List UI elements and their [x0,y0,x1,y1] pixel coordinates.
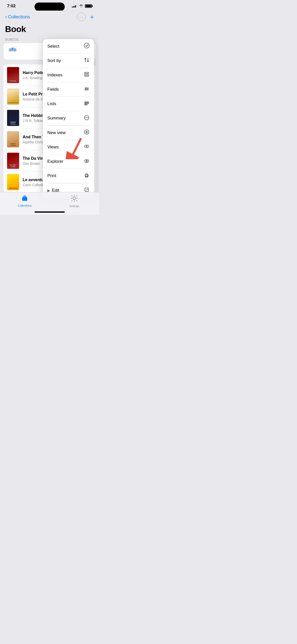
views-icon [84,144,89,150]
context-menu: Select Sort by Indexes Field [43,39,94,198]
dynamic-island [35,3,65,11]
subcollections-label: SUBCOL [5,38,19,41]
wifi-icon [79,4,83,8]
explorer-icon [84,158,89,165]
svg-point-23 [84,145,89,148]
settings-tab-icon [71,195,78,204]
select-checkmark-icon [84,43,89,50]
tab-settings[interactable]: Settings [50,195,99,208]
book-cover-petit-prince: Le Petit Prince [7,88,19,105]
menu-item-views[interactable]: Views [43,140,94,154]
svg-point-6 [84,43,89,48]
menu-item-select-label: Select [47,44,59,49]
menu-item-print[interactable]: Print [43,169,94,183]
menu-item-lists-label: Lists [47,101,56,106]
back-label: Collections [8,14,30,20]
nav-bar: ‹ Collections ··· + [0,11,99,23]
menu-item-print-label: Print [47,173,56,178]
page-title: Book [5,24,94,34]
home-indicator [35,211,65,213]
print-icon [84,173,89,179]
tab-settings-label: Settings [69,205,79,208]
status-bar: 7:02 [0,0,99,11]
menu-item-sort-by-label: Sort by [47,58,61,63]
summary-icon [84,115,89,122]
group-icon [8,47,18,56]
new-view-icon [84,129,89,136]
book-cover-pinocchio: PINOCCHIO [7,174,19,190]
menu-item-select[interactable]: Select [43,39,94,53]
svg-point-28 [88,175,88,176]
book-cover-agatha: Agatha Christie [7,131,19,147]
menu-item-views-label: Views [47,145,59,150]
svg-point-2 [13,48,17,52]
svg-rect-15 [85,102,89,103]
status-icons [72,4,92,8]
sort-icon [84,57,89,64]
menu-item-new-view[interactable]: New view [43,125,94,140]
menu-item-indexes[interactable]: Indexes [43,68,94,82]
menu-item-explorer-label: Explorer [47,159,63,164]
status-time: 7:02 [7,4,16,9]
book-cover-hobbit: HOBBITTolkien [7,110,19,126]
svg-point-12 [85,87,86,88]
menu-item-indexes-label: Indexes [47,73,62,78]
book-cover-davinci: DA VINCI CODE [7,153,19,169]
tab-collections-label: Collections [18,204,31,207]
menu-item-new-view-label: New view [47,130,66,135]
menu-item-summary[interactable]: Summary [43,111,94,125]
svg-point-14 [85,89,86,90]
svg-rect-16 [85,103,89,104]
ellipsis-button[interactable]: ··· [77,13,86,21]
battery-icon [85,4,92,8]
svg-rect-34 [24,195,26,197]
menu-item-summary-label: Summary [47,116,66,121]
menu-item-explorer[interactable]: Explorer [43,154,94,169]
svg-rect-17 [85,104,87,105]
menu-item-fields-label: Fields [47,87,59,92]
page-title-area: Book [0,23,99,34]
indexes-icon [84,72,89,78]
nav-right-buttons: ··· + [77,13,94,21]
subcollection-card-left [8,47,18,56]
signal-icon [72,5,77,8]
menu-item-lists[interactable]: Lists [43,97,94,111]
fields-icon [84,86,89,93]
lists-icon [84,101,89,107]
back-chevron-icon: ‹ [5,14,7,20]
menu-item-sort-by[interactable]: Sort by [43,53,94,68]
add-button[interactable]: + [90,13,94,21]
book-cover-harry-potter: POTTER [7,67,19,83]
tab-collections[interactable]: Collections [0,195,50,207]
ellipsis-icon: ··· [79,15,83,19]
menu-item-fields[interactable]: Fields [43,82,94,97]
svg-point-24 [86,146,87,147]
back-button[interactable]: ‹ Collections [5,14,30,20]
collections-tab-icon [21,195,28,203]
svg-point-13 [85,88,86,89]
